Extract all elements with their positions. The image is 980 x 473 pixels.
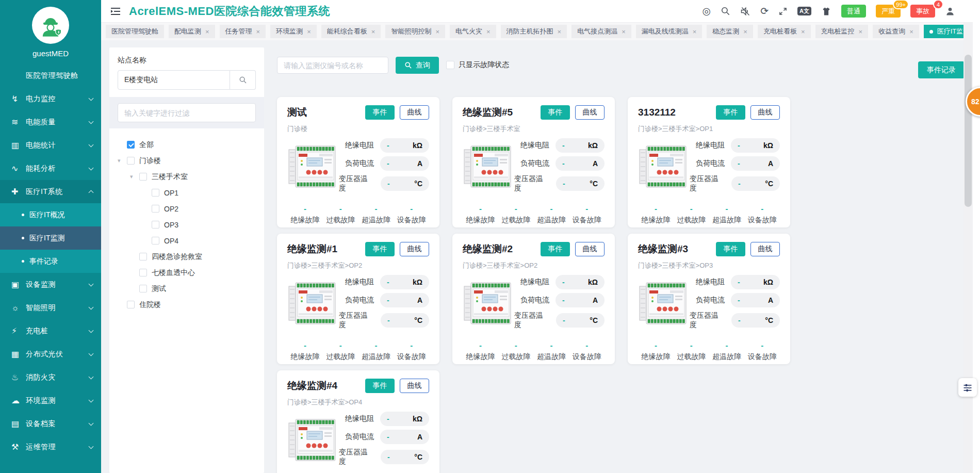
curve-button[interactable]: 曲线 [400,379,429,393]
event-button[interactable]: 事件 [716,105,745,120]
tree-expand-icon[interactable]: ▾ [130,173,139,180]
sidebar-item-medical-it[interactable]: ✚医疗IT系统 [0,180,101,203]
tab-close-icon[interactable]: × [486,28,491,36]
curve-button[interactable]: 曲线 [575,242,605,256]
mute-icon[interactable] [740,6,750,17]
curve-button[interactable]: 曲线 [575,105,605,120]
tree-node-七楼血透中心[interactable]: 七楼血透中心 [118,265,256,281]
tab-close-icon[interactable]: × [558,28,562,36]
tree-checkbox[interactable] [139,253,147,260]
station-search-button[interactable] [230,70,256,90]
avatar[interactable] [32,7,69,44]
tree-node-住院楼[interactable]: 住院楼 [118,297,256,313]
curve-button[interactable]: 曲线 [750,242,780,256]
sidebar-subitem-medical-it-overview[interactable]: 医疗IT概况 [0,203,101,226]
tree-node-四楼急诊抢救室[interactable]: 四楼急诊抢救室 [118,249,256,265]
refresh-icon[interactable]: ⟳ [760,6,769,16]
sidebar-item-ops-management[interactable]: ⚒运维管理 [0,435,101,459]
tree-checkbox[interactable] [152,189,159,197]
fault-only-checkbox[interactable]: 只显示故障状态 [446,60,509,70]
scrollbar-thumb[interactable] [965,55,972,207]
tree-node-门诊楼[interactable]: ▾门诊楼 [118,153,256,169]
tab-close-icon[interactable]: × [859,28,863,36]
help-icon[interactable]: ◎ [703,6,711,16]
tree-filter-input[interactable] [118,103,256,122]
tab-close-icon[interactable]: × [256,28,260,36]
badge-accident[interactable]: 事故4 [910,5,935,18]
sidebar-item-power-monitor[interactable]: ↯电力监控 [0,87,101,110]
tab-close-icon[interactable]: × [693,28,697,36]
tree-checkbox[interactable] [152,205,159,213]
monitor-search-input[interactable] [277,57,388,74]
sidebar-item-hospital-dashboard[interactable]: 医院管理驾驶舱 [0,64,101,87]
curve-button[interactable]: 曲线 [750,105,780,120]
tab-电气接点测温[interactable]: 电气接点测温× [571,25,631,38]
event-button[interactable]: 事件 [365,105,395,120]
tree-node-OP2[interactable]: OP2 [118,201,256,217]
tree-checkbox[interactable] [152,221,159,229]
search-icon[interactable] [721,6,730,16]
tab-消防主机拓扑图[interactable]: 消防主机拓扑图× [501,25,567,38]
tree-checkbox[interactable] [139,173,147,181]
event-log-button[interactable]: 事件记录 [918,61,965,78]
tab-close-icon[interactable]: × [371,28,375,36]
station-name-input[interactable] [118,70,230,90]
sidebar-subitem-event-records[interactable]: 事件记录 [0,250,101,273]
tree-node-OP4[interactable]: OP4 [118,233,256,249]
tab-close-icon[interactable]: × [743,28,747,36]
tab-能耗综合看板[interactable]: 能耗综合看板× [321,25,381,38]
user-icon[interactable] [945,6,955,17]
tree-checkbox[interactable] [127,157,135,165]
theme-icon[interactable] [821,6,831,17]
tab-充电桩监控[interactable]: 充电桩监控× [815,25,869,38]
tab-任务管理[interactable]: 任务管理× [220,25,266,38]
tree-node-测试[interactable]: 测试 [118,281,256,297]
tree-checkbox[interactable] [127,141,135,149]
sidebar-item-device-monitor[interactable]: ▣设备监测 [0,273,101,296]
sidebar-subitem-medical-it-monitor[interactable]: 医疗IT监测 [0,226,101,250]
tab-电气火灾[interactable]: 电气火灾× [450,25,496,38]
tab-收益查询[interactable]: 收益查询× [873,25,919,38]
tab-close-icon[interactable]: × [435,28,439,36]
tab-close-icon[interactable]: × [622,28,626,36]
badge-severe[interactable]: 严重99+ [876,5,901,18]
tab-close-icon[interactable]: × [307,28,311,36]
curve-button[interactable]: 曲线 [400,105,429,120]
sidebar-item-power-quality[interactable]: ≋电能质量 [0,110,101,134]
translate-icon[interactable]: A文 [797,7,811,15]
menu-collapse-icon[interactable] [110,7,121,15]
sidebar-item-device-archive[interactable]: ▤设备档案 [0,412,101,435]
tree-checkbox[interactable] [127,301,135,308]
tab-配电监测[interactable]: 配电监测× [169,25,215,38]
tab-close-icon[interactable]: × [205,28,209,36]
display-settings-button[interactable] [958,378,977,397]
tab-充电桩看板[interactable]: 充电桩看板× [758,25,811,38]
sidebar-item-fire-safety[interactable]: ♨消防火灾 [0,366,101,389]
tab-医院管理驾驶舱[interactable]: 医院管理驾驶舱 [106,25,164,38]
sidebar-item-distributed-pv[interactable]: ▦分布式光伏 [0,342,101,366]
sidebar-item-charging-pile[interactable]: ⚡充电桩 [0,319,101,342]
event-button[interactable]: 事件 [365,379,395,393]
tree-node-全部[interactable]: 全部 [118,137,256,153]
tree-checkbox[interactable] [152,237,159,244]
event-button[interactable]: 事件 [365,242,395,256]
tab-稳态监测[interactable]: 稳态监测× [707,25,753,38]
sidebar-item-energy-analysis[interactable]: ∿能耗分析 [0,157,101,180]
tree-expand-icon[interactable]: ▾ [118,157,127,164]
tree-checkbox[interactable] [139,285,147,292]
tree-node-OP1[interactable]: OP1 [118,185,256,201]
tab-漏电及线缆测温[interactable]: 漏电及线缆测温× [636,25,703,38]
event-button[interactable]: 事件 [541,242,570,256]
query-button[interactable]: 查询 [396,57,439,74]
tab-环境监测[interactable]: 环境监测× [270,25,317,38]
tree-node-三楼手术室[interactable]: ▾三楼手术室 [118,169,256,185]
badge-normal[interactable]: 普通 [841,5,866,18]
curve-button[interactable]: 曲线 [400,242,429,256]
tree-node-OP3[interactable]: OP3 [118,217,256,233]
tab-close-icon[interactable]: × [909,28,913,36]
sidebar-item-environment-monitor[interactable]: ☁环境监测 [0,389,101,412]
tab-close-icon[interactable]: × [801,28,805,36]
event-button[interactable]: 事件 [541,105,570,120]
tab-智能照明控制[interactable]: 智能照明控制× [385,25,445,38]
sidebar-item-smart-lighting[interactable]: ☼智能照明 [0,296,101,319]
